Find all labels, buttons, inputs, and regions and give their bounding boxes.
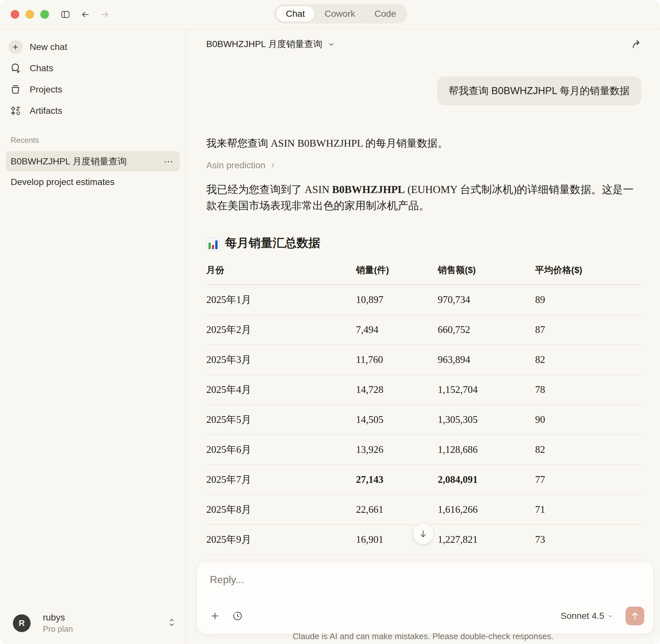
sidebar-item-chats[interactable]: Chats <box>0 58 186 79</box>
cell-value: 87 <box>535 315 641 345</box>
share-icon[interactable] <box>631 39 642 50</box>
cell-value: 814,943 <box>438 555 535 561</box>
chevron-down-icon[interactable] <box>327 40 335 48</box>
user-name: rubys <box>43 613 73 623</box>
table-row: 2025年4月14,7281,152,70478 <box>206 375 641 405</box>
table-row: 2025年10月11,266814,94373 <box>206 555 641 561</box>
cell-value: 22,661 <box>356 495 438 525</box>
user-message-bubble: 帮我查询 B0BWHZJHPL 每月的销量数据 <box>437 76 641 106</box>
cell-value: 89 <box>535 285 641 315</box>
sidebar-item-label: Chats <box>30 63 53 73</box>
table-row: 2025年7月27,1432,084,09177 <box>206 465 641 495</box>
col-units: 销量(件) <box>356 264 438 285</box>
asin-bold: B0BWHZJHPL <box>332 184 405 195</box>
new-chat-button[interactable]: New chat <box>0 37 186 58</box>
col-month: 月份 <box>206 264 356 285</box>
sidebar-toggle-icon[interactable] <box>61 10 70 19</box>
table-header-row: 月份 销量(件) 销售额($) 平均价格($) <box>206 264 641 285</box>
cell-value: 14,505 <box>356 405 438 435</box>
close-button[interactable] <box>10 10 19 19</box>
cell-value: 78 <box>535 375 641 405</box>
cell-value: 73 <box>535 555 641 561</box>
cell-value: 970,734 <box>438 285 535 315</box>
tool-call-label: Asin prediction <box>206 160 265 170</box>
forward-arrow-icon[interactable] <box>100 10 110 19</box>
avatar: R <box>13 614 31 632</box>
chats-icon <box>8 61 23 75</box>
table-row: 2025年8月22,6611,616,26671 <box>206 495 641 525</box>
new-chat-label: New chat <box>30 42 67 52</box>
back-arrow-icon[interactable] <box>80 10 90 19</box>
cell-month: 2025年6月 <box>206 435 356 465</box>
cell-value: 1,305,305 <box>438 405 535 435</box>
model-label: Sonnet 4.5 <box>561 611 604 621</box>
chevron-right-icon <box>269 162 276 168</box>
model-selector[interactable]: Sonnet 4.5 <box>561 611 613 621</box>
cell-month: 2025年8月 <box>206 495 356 525</box>
cell-value: 10,897 <box>356 285 438 315</box>
minimize-button[interactable] <box>25 10 34 19</box>
user-plan-badge: Pro plan <box>43 624 73 634</box>
cell-value: 2,084,091 <box>438 465 535 495</box>
assistant-body-text: 我已经为您查询到了 ASIN B0BWHZJHPL (EUHOMY 台式制冰机)… <box>206 182 641 214</box>
cell-month: 2025年2月 <box>206 315 356 345</box>
chat-panel: B0BWHZJHPL 月度销量查询 帮我查询 B0BWHZJHPL 每月的销量数… <box>186 29 660 644</box>
table-row: 2025年3月11,760963,89482 <box>206 345 641 375</box>
recent-chat-title: B0BWHZJHPL 月度销量查询 <box>10 155 127 168</box>
account-menu[interactable]: R rubys Pro plan <box>13 613 176 634</box>
zoom-button[interactable] <box>40 10 49 19</box>
chevron-down-icon <box>608 613 613 619</box>
send-button[interactable] <box>626 606 644 625</box>
cell-value: 71 <box>535 495 641 525</box>
cell-month: 2025年1月 <box>206 285 356 315</box>
sidebar-item-label: Projects <box>30 85 62 95</box>
cell-month: 2025年5月 <box>206 405 356 435</box>
cell-value: 82 <box>535 345 641 375</box>
cell-value: 77 <box>535 465 641 495</box>
table-row: 2025年1月10,897970,73489 <box>206 285 641 315</box>
attach-plus-icon[interactable] <box>210 611 220 621</box>
cell-value: 1,128,686 <box>438 435 535 465</box>
cell-value: 90 <box>535 405 641 435</box>
cell-value: 963,894 <box>438 345 535 375</box>
sidebar: New chat Chats Projects Artifa <box>0 29 186 644</box>
cell-month: 2025年3月 <box>206 345 356 375</box>
cell-value: 1,616,266 <box>438 495 535 525</box>
scroll-to-bottom-button[interactable] <box>412 523 434 545</box>
projects-icon <box>8 83 23 97</box>
cell-value: 660,752 <box>438 315 535 345</box>
chat-header: B0BWHZJHPL 月度销量查询 <box>186 29 660 59</box>
history-clock-icon[interactable] <box>232 611 243 621</box>
bar-chart-icon <box>206 237 220 251</box>
chevron-updown-icon <box>168 618 176 628</box>
table-row: 2025年5月14,5051,305,30590 <box>206 405 641 435</box>
reply-composer: Sonnet 4.5 <box>196 562 654 634</box>
recent-chat-item[interactable]: Develop project estimates <box>0 171 186 193</box>
table-row: 2025年2月7,494660,75287 <box>206 315 641 345</box>
cell-value: 11,760 <box>356 345 438 375</box>
sidebar-item-projects[interactable]: Projects <box>0 79 186 100</box>
tab-cowork[interactable]: Cowork <box>315 6 365 22</box>
cell-value: 11,266 <box>356 555 438 561</box>
view-tabs: Chat Cowork Code <box>274 4 407 24</box>
sidebar-item-artifacts[interactable]: Artifacts <box>0 100 186 121</box>
conversation[interactable]: 帮我查询 B0BWHZJHPL 每月的销量数据 我来帮您查询 ASIN B0BW… <box>186 59 660 561</box>
tool-call-link[interactable]: Asin prediction <box>206 160 641 170</box>
monthly-sales-table: 月份 销量(件) 销售额($) 平均价格($) 2025年1月10,897970… <box>206 264 641 561</box>
cell-value: 27,143 <box>356 465 438 495</box>
app-window: Chat Cowork Code New chat Chats Projects <box>0 0 660 644</box>
plus-icon <box>8 40 23 54</box>
col-price: 平均价格($) <box>535 264 641 285</box>
disclaimer-text: Claude is AI and can make mistakes. Plea… <box>186 631 660 641</box>
cell-value: 7,494 <box>356 315 438 345</box>
cell-month: 2025年7月 <box>206 465 356 495</box>
col-revenue: 销售额($) <box>438 264 535 285</box>
more-options-icon[interactable]: ⋯ <box>164 156 174 167</box>
cell-value: 1,227,821 <box>438 525 535 555</box>
tab-code[interactable]: Code <box>365 6 406 22</box>
cell-value: 13,926 <box>356 435 438 465</box>
recents-heading: Recents <box>10 136 186 145</box>
reply-input[interactable] <box>197 562 653 598</box>
recent-chat-item[interactable]: B0BWHZJHPL 月度销量查询 ⋯ <box>6 151 180 171</box>
tab-chat[interactable]: Chat <box>276 6 315 22</box>
